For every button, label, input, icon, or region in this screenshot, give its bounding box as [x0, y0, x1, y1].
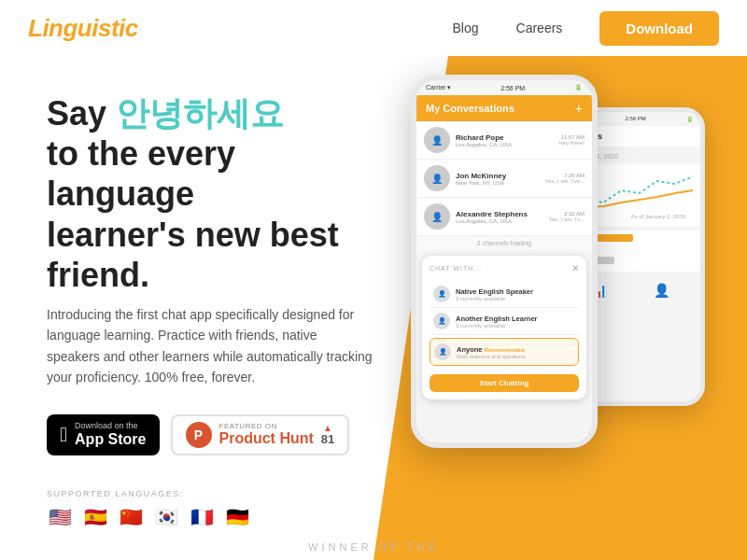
conv-right-1: 11:57 AM Hey there!: [558, 134, 585, 146]
ph-featured-label: FEATURED ON: [219, 422, 314, 430]
flag-de: 🇩🇪: [224, 508, 250, 526]
ph-count: ▲ 81: [321, 424, 334, 445]
conversations-title: My Conversations: [426, 103, 514, 114]
conv-loc-3: Los Angeles, CA, USA: [456, 218, 543, 224]
hero-section: Say 안녕하세요 to the every language learner'…: [0, 56, 747, 560]
appstore-text: Download on the App Store: [75, 422, 146, 447]
chat-with-label: CHAT WITH...: [430, 265, 482, 272]
conv-divider: 2 channels loading: [416, 236, 592, 250]
flag-es: 🇪🇸: [82, 508, 108, 526]
supported-languages: SUPPORTED LANGUAGES: 🇺🇸 🇪🇸 🇨🇳 🇰🇷 🇫🇷 🇩🇪: [47, 489, 374, 526]
appstore-small-text: Download on the: [75, 422, 146, 431]
apple-icon: : [60, 425, 67, 445]
avatar-1: 👤: [424, 127, 450, 153]
conv-info-1: Richard Pope Los Angeles, CA, USA: [456, 133, 553, 147]
appstore-badge[interactable]:  Download on the App Store: [47, 414, 160, 455]
conv-name-3: Alexandre Stephens: [456, 210, 543, 218]
conv-preview-3: Yes, I am. I'v...: [549, 217, 585, 222]
stats-battery: 🔋: [686, 116, 693, 122]
chat-option-native[interactable]: 👤 Native English Speaker 3 currently ava…: [430, 281, 579, 308]
close-icon[interactable]: ✕: [571, 263, 579, 273]
logo: Linguistic: [28, 14, 138, 43]
hero-headline: Say 안녕하세요 to the every language learner'…: [47, 93, 374, 295]
option-name-2: Another English Learner: [456, 315, 538, 323]
supported-label: SUPPORTED LANGUAGES:: [47, 489, 374, 498]
ph-count-number: 81: [321, 433, 334, 445]
avatar-3: 👤: [424, 203, 450, 230]
flag-kr: 🇰🇷: [153, 508, 179, 526]
phone-main: Carrier ▾ 2:56 PM 🔋 My Conversations + 👤…: [411, 75, 598, 448]
phone-screen: Carrier ▾ 2:56 PM 🔋 My Conversations + 👤…: [416, 80, 592, 442]
conversation-item-2[interactable]: 👤 Jon McKinney New York, NY, USA 7:26 AM…: [416, 160, 592, 198]
conv-loc-2: New York, NY, USA: [456, 180, 540, 186]
store-badges:  Download on the App Store P FEATURED O…: [47, 414, 374, 455]
chat-option-anyone[interactable]: 👤 Anyone Recommended Both learners and s…: [430, 338, 579, 366]
hero-right: Carrier ▾ 2:56 PM 🔋 My Conversations + 👤…: [402, 56, 747, 560]
winner-section: WINNER OF THE: [0, 541, 747, 553]
producthunt-badge[interactable]: P FEATURED ON Product Hunt ▲ 81: [171, 414, 350, 455]
conv-loc-1: Los Angeles, CA, USA: [456, 142, 553, 147]
appstore-large-text: App Store: [75, 431, 146, 448]
phone-battery: 🔋: [574, 84, 583, 91]
option-info-3: Anyone Recommended Both learners and spe…: [457, 345, 525, 359]
option-avatar-3: 👤: [434, 343, 451, 360]
conv-right-3: 2:32 AM Yes, I am. I'v...: [549, 211, 585, 222]
option-avatar-1: 👤: [433, 286, 450, 302]
chat-overlay-header: CHAT WITH... ✕: [430, 263, 579, 273]
producthunt-text: FEATURED ON Product Hunt: [219, 422, 314, 447]
nav-blog[interactable]: Blog: [453, 21, 479, 35]
conv-name-1: Richard Pope: [456, 133, 553, 142]
nav-careers[interactable]: Careers: [516, 21, 563, 35]
conv-info-3: Alexandre Stephens Los Angeles, CA, USA: [456, 210, 543, 224]
start-chatting-button[interactable]: Start Chatting: [430, 374, 579, 392]
conv-name-2: Jon McKinney: [456, 172, 540, 180]
flag-us: 🇺🇸: [47, 508, 73, 526]
nav: Blog Careers Download: [453, 11, 720, 46]
download-button[interactable]: Download: [599, 11, 719, 46]
conversation-item-3[interactable]: 👤 Alexandre Stephens Los Angeles, CA, US…: [416, 198, 592, 236]
flag-fr: 🇫🇷: [189, 508, 215, 526]
option-info-1: Native English Speaker 3 currently avail…: [456, 287, 533, 301]
stats-person-icon: 👤: [654, 283, 669, 298]
producthunt-icon: P: [186, 422, 212, 448]
hero-left: Say 안녕하세요 to the every language learner'…: [0, 56, 402, 560]
option-avatar-2: 👤: [433, 313, 450, 329]
recommended-badge: Recommended: [485, 347, 525, 353]
option-info-2: Another English Learner 3 currently avai…: [456, 315, 538, 329]
flag-row: 🇺🇸 🇪🇸 🇨🇳 🇰🇷 🇫🇷 🇩🇪: [47, 508, 374, 526]
phone-carrier: Carrier ▾: [426, 84, 451, 91]
headline-prefix: Say: [47, 94, 116, 133]
winner-text: WINNER OF THE: [308, 541, 439, 553]
add-conversation-button[interactable]: +: [575, 101, 583, 116]
conv-preview-1: Hey there!: [558, 140, 585, 146]
hero-subtext: Introducing the first chat app specifica…: [47, 304, 374, 388]
option-sub-2: 3 currently available: [456, 323, 538, 329]
headline-line2: to the every language: [47, 134, 235, 213]
conv-preview-2: Yes, I am. I've...: [545, 178, 585, 184]
stats-time: 2:56 PM: [625, 116, 645, 122]
avatar-2: 👤: [424, 165, 450, 191]
chat-option-learner[interactable]: 👤 Another English Learner 3 currently av…: [430, 308, 579, 335]
conversation-item-1[interactable]: 👤 Richard Pope Los Angeles, CA, USA 11:5…: [416, 121, 592, 160]
chat-overlay: CHAT WITH... ✕ 👤 Native English Speaker …: [422, 256, 586, 399]
conv-right-2: 7:26 AM Yes, I am. I've...: [545, 173, 585, 184]
phone-time: 2:56 PM: [500, 85, 525, 91]
phone-status-bar: Carrier ▾ 2:56 PM 🔋: [416, 80, 592, 95]
option-name-1: Native English Speaker: [456, 287, 533, 296]
option-sub-3: Both learners and speakers: [457, 354, 525, 359]
flag-cn: 🇨🇳: [118, 508, 144, 526]
headline-line3: learner's new best friend.: [47, 216, 339, 294]
option-sub-1: 3 currently available: [456, 296, 533, 301]
option-name-3: Anyone Recommended: [457, 345, 525, 354]
ph-name: Product Hunt: [219, 430, 314, 447]
conversations-header: My Conversations +: [416, 95, 592, 121]
headline-korean: 안녕하세요: [116, 94, 284, 133]
conv-info-2: Jon McKinney New York, NY, USA: [456, 172, 540, 186]
